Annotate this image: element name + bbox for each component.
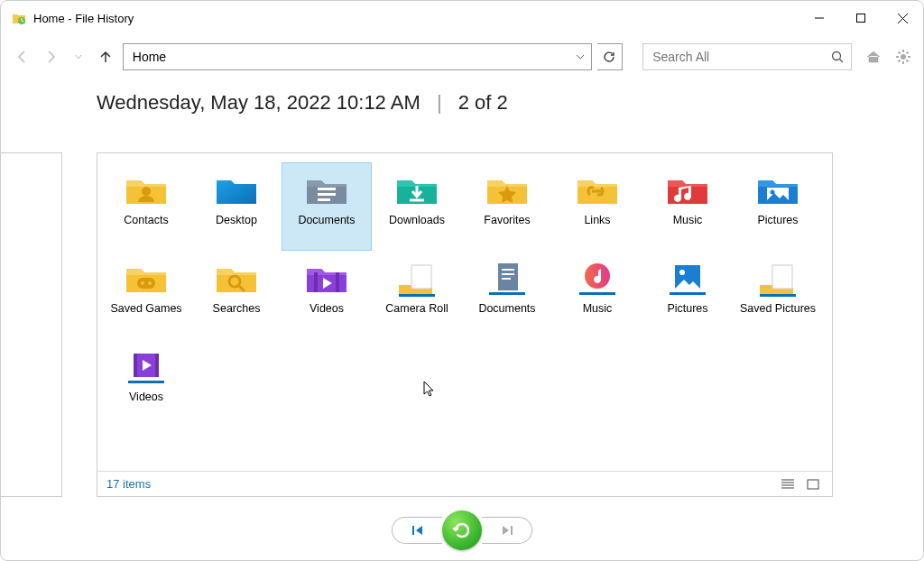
window-title: Home - File History — [33, 12, 134, 25]
svg-rect-23 — [137, 278, 155, 289]
svg-line-12 — [899, 52, 901, 54]
svg-rect-45 — [134, 354, 137, 377]
restore-button[interactable] — [442, 510, 482, 550]
library-file-icon — [753, 257, 803, 299]
item-music-6[interactable]: Music — [642, 162, 733, 251]
minimize-button[interactable] — [799, 1, 840, 35]
forward-button[interactable] — [40, 44, 62, 69]
search-input[interactable] — [652, 50, 831, 64]
svg-rect-31 — [399, 294, 435, 297]
address-dropdown[interactable] — [569, 52, 591, 61]
bottom-controls — [1, 508, 923, 553]
svg-point-24 — [141, 281, 144, 285]
item-downloads-3[interactable]: Downloads — [372, 162, 462, 251]
svg-rect-29 — [336, 272, 339, 292]
downloads-icon — [392, 169, 442, 210]
svg-point-7 — [901, 54, 906, 60]
saved-games-icon — [121, 257, 171, 299]
item-pictures-7[interactable]: Pictures — [733, 162, 823, 251]
library-doc-icon — [482, 257, 532, 299]
videos-folder-icon — [301, 257, 352, 299]
item-label: Documents — [298, 214, 355, 228]
address-bar[interactable] — [123, 43, 592, 70]
item-favorites-4[interactable]: Favorites — [462, 162, 552, 251]
library-pic-icon — [662, 257, 713, 299]
next-version-button[interactable] — [482, 517, 532, 544]
svg-rect-54 — [511, 526, 513, 535]
svg-line-13 — [907, 60, 909, 62]
favorites-icon — [482, 169, 532, 210]
settings-icon[interactable] — [895, 47, 912, 67]
svg-line-6 — [840, 60, 844, 63]
item-videos-10[interactable]: Videos — [282, 251, 372, 339]
back-button[interactable] — [12, 44, 34, 69]
item-camera-roll-11[interactable]: Camera Roll — [372, 251, 462, 339]
svg-rect-30 — [411, 265, 431, 289]
content-frame: ContactsDesktopDocumentsDownloadsFavorit… — [97, 152, 833, 497]
item-label: Pictures — [667, 302, 707, 317]
previous-version-button[interactable] — [392, 517, 442, 544]
svg-rect-17 — [318, 188, 336, 190]
search-icon — [831, 51, 844, 63]
item-label: Favorites — [484, 214, 530, 228]
svg-rect-41 — [670, 292, 706, 295]
item-label: Videos — [129, 391, 163, 405]
item-label: Saved Pictures — [740, 302, 816, 317]
item-documents-12[interactable]: Documents — [462, 251, 552, 339]
close-button[interactable] — [882, 1, 923, 35]
item-saved-pictures-15[interactable]: Saved Pictures — [733, 251, 823, 339]
svg-rect-53 — [412, 526, 414, 535]
contacts-icon — [121, 169, 171, 210]
svg-rect-34 — [502, 273, 514, 275]
home-icon[interactable] — [864, 47, 882, 67]
toolbar — [1, 35, 923, 78]
snapshot-datetime: Wednesday, May 18, 2022 10:12 AM — [97, 91, 420, 114]
svg-rect-33 — [502, 269, 514, 271]
svg-point-25 — [148, 281, 152, 285]
up-button[interactable] — [95, 44, 117, 69]
refresh-button[interactable] — [597, 43, 623, 70]
item-label: Music — [583, 302, 613, 317]
searches-icon — [211, 257, 262, 299]
library-music-icon — [572, 257, 623, 299]
maximize-button[interactable] — [840, 1, 882, 35]
svg-rect-38 — [579, 292, 615, 295]
item-videos-16[interactable]: Videos — [101, 339, 191, 428]
app-icon — [12, 11, 26, 25]
search-box[interactable] — [642, 43, 852, 70]
library-file-icon — [392, 257, 442, 299]
item-searches-9[interactable]: Searches — [191, 251, 282, 339]
item-label: Searches — [213, 302, 261, 317]
item-count: 17 items — [106, 477, 151, 491]
item-label: Contacts — [124, 214, 168, 228]
svg-rect-52 — [808, 480, 818, 489]
heading-separator: | — [426, 91, 453, 114]
svg-point-5 — [833, 52, 841, 60]
item-label: Videos — [310, 302, 344, 317]
music-folder-icon — [662, 169, 713, 210]
svg-rect-36 — [489, 292, 525, 295]
status-bar: 17 items — [97, 471, 832, 496]
svg-rect-47 — [128, 381, 164, 383]
svg-rect-2 — [857, 14, 865, 23]
item-pictures-14[interactable]: Pictures — [642, 251, 733, 339]
item-desktop-1[interactable]: Desktop — [191, 162, 282, 251]
snapshot-position: 2 of 2 — [458, 91, 508, 114]
item-documents-2[interactable]: Documents — [282, 162, 372, 251]
svg-rect-46 — [155, 354, 159, 377]
svg-rect-35 — [502, 278, 511, 280]
svg-rect-19 — [318, 198, 330, 201]
svg-rect-43 — [760, 294, 796, 297]
address-input[interactable] — [124, 50, 569, 64]
icons-view-button[interactable] — [803, 475, 823, 493]
side-pane — [1, 152, 62, 497]
item-contacts-0[interactable]: Contacts — [101, 162, 191, 251]
item-saved-games-8[interactable]: Saved Games — [101, 251, 191, 339]
item-music-13[interactable]: Music — [552, 251, 642, 339]
items-area[interactable]: ContactsDesktopDocumentsDownloadsFavorit… — [97, 153, 832, 471]
item-links-5[interactable]: Links — [552, 162, 642, 251]
svg-rect-42 — [772, 265, 792, 289]
svg-rect-18 — [318, 193, 336, 196]
details-view-button[interactable] — [778, 475, 798, 493]
recent-split-button[interactable] — [67, 44, 89, 69]
